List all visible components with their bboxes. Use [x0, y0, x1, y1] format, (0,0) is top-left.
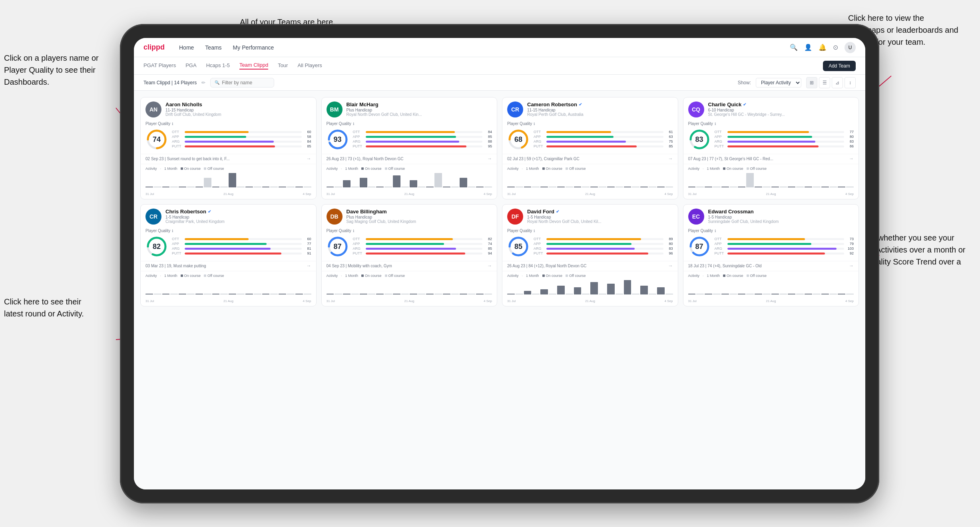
quality-section: Player Quality ℹ 93 OTT 84 APP: [322, 121, 497, 154]
recent-round[interactable]: 26 Aug 23 | 73 (+1), Royal North Devon G…: [322, 154, 497, 164]
quality-number: 93: [333, 135, 341, 144]
subnav-tour[interactable]: Tour: [278, 62, 288, 69]
player-name[interactable]: David Ford ✔: [527, 209, 673, 215]
player-club: Drift Golf Club, United Kingdom: [165, 112, 311, 117]
player-handicap: Plus Handicap: [347, 108, 492, 112]
player-card[interactable]: DB Dave Billingham Plus Handicap Sag Mag…: [321, 204, 498, 306]
recent-round[interactable]: 07 Aug 23 | 77 (+7), St George's Hill GC…: [683, 154, 859, 164]
player-card[interactable]: BM Blair McHarg Plus Handicap Royal Nort…: [321, 97, 498, 199]
activity-chart: [327, 172, 492, 192]
player-card[interactable]: CR Cameron Robertson ✔ 11-15 Handicap Ro…: [502, 97, 678, 199]
stat-row: ARG 85: [353, 247, 492, 251]
stat-row: ARG 88: [353, 139, 492, 143]
edit-icon[interactable]: ✏: [201, 80, 205, 86]
chart-labels: 31 Jul21 Aug4 Sep: [688, 299, 854, 303]
player-card[interactable]: EC Edward Crossman 1-5 Handicap Sunningd…: [683, 204, 859, 306]
player-club: Sunningdale Golf Club, United Kingdom: [708, 219, 854, 224]
player-handicap: Plus Handicap: [347, 215, 492, 219]
add-team-button[interactable]: Add Team: [823, 61, 856, 71]
quality-section: Player Quality ℹ 85 OTT 89 APP: [502, 229, 678, 261]
user-icon[interactable]: 👤: [804, 44, 812, 51]
player-handicap: 11-15 Handicap: [527, 108, 673, 112]
quality-circle[interactable]: 68: [507, 128, 530, 151]
annotation-rounds: Click here to see their latest round or …: [4, 296, 100, 320]
stat-row: APP 79: [715, 242, 854, 246]
player-club: Royal North Devon Golf Club, United Kil.…: [527, 219, 673, 224]
list-view-button[interactable]: ☰: [819, 77, 830, 88]
quality-circle[interactable]: 85: [507, 235, 530, 258]
player-avatar: CR: [145, 209, 161, 225]
player-avatar: DF: [507, 209, 523, 225]
player-name[interactable]: Blair McHarg: [347, 101, 492, 107]
quality-label: Player Quality ℹ: [145, 229, 311, 233]
subnav-pgat[interactable]: PGAT Players: [143, 62, 176, 69]
player-card[interactable]: CQ Charlie Quick ✔ 6-10 Handicap St. Geo…: [683, 97, 859, 199]
stat-row: APP 58: [172, 135, 311, 139]
search-box: 🔍: [210, 78, 274, 88]
search-icon[interactable]: 🔍: [790, 44, 798, 51]
recent-round[interactable]: 18 Jul 23 | 74 (+4), Sunningdale GC - Ol…: [683, 261, 859, 271]
player-avatar: CR: [507, 101, 523, 117]
user-avatar[interactable]: U: [845, 42, 856, 53]
recent-round-text: 02 Jul 23 | 59 (+17), Craigmillar Park G…: [507, 157, 668, 161]
ipad-screen: clippd Home Teams My Performance 🔍 👤 🔔 ⊙…: [134, 38, 865, 489]
quality-label: Player Quality ℹ: [507, 121, 673, 126]
player-name[interactable]: Charlie Quick ✔: [708, 101, 854, 107]
stat-row: OTT 89: [534, 237, 673, 241]
nav-item-performance[interactable]: My Performance: [233, 44, 274, 51]
player-card[interactable]: DF David Ford ✔ 1-5 Handicap Royal North…: [502, 204, 678, 306]
stat-row: PUTT 94: [353, 251, 492, 255]
recent-round[interactable]: 04 Sep 23 | Mobility with coach, Gym →: [322, 261, 497, 271]
stat-row: PUTT 91: [172, 251, 311, 255]
player-name[interactable]: Cameron Robertson ✔: [527, 101, 673, 107]
grid-view-button[interactable]: ⊞: [806, 77, 817, 88]
stat-row: PUTT 86: [715, 144, 854, 148]
recent-round[interactable]: 02 Jul 23 | 59 (+17), Craigmillar Park G…: [502, 154, 678, 164]
stat-row: APP 77: [172, 242, 311, 246]
nav-item-home[interactable]: Home: [179, 44, 194, 51]
card-header: AN Aaron Nicholls 11-15 Handicap Drift G…: [141, 97, 316, 121]
chart-labels: 31 Jul21 Aug4 Sep: [145, 192, 311, 196]
recent-round[interactable]: 26 Aug 23 | 84 (+12), Royal North Devon …: [502, 261, 678, 271]
card-header: CQ Charlie Quick ✔ 6-10 Handicap St. Geo…: [683, 97, 859, 121]
player-name[interactable]: Edward Crossman: [708, 209, 854, 215]
player-name[interactable]: Dave Billingham: [347, 209, 492, 215]
quality-circle[interactable]: 74: [145, 128, 168, 151]
show-label: Show:: [738, 80, 751, 86]
bell-icon[interactable]: 🔔: [819, 44, 827, 51]
player-avatar: DB: [327, 209, 343, 225]
quality-label: Player Quality ℹ: [145, 121, 311, 126]
recent-round-arrow: →: [307, 263, 311, 268]
circle-icon[interactable]: ⊙: [833, 44, 838, 51]
nav-item-teams[interactable]: Teams: [205, 44, 221, 51]
player-club: Sag Maging Golf Club, United Kingdom: [347, 219, 492, 224]
quality-circle[interactable]: 82: [145, 235, 168, 258]
activity-chart: [688, 172, 854, 192]
recent-round[interactable]: 03 Mar 23 | 19, Must make putting →: [141, 261, 316, 271]
player-card[interactable]: CR Chris Robertson ✔ 1-5 Handicap Craigm…: [140, 204, 317, 306]
quality-section: Player Quality ℹ 82 OTT 60 APP: [141, 229, 316, 261]
quality-number: 82: [153, 243, 161, 251]
cards-grid: AN Aaron Nicholls 11-15 Handicap Drift G…: [140, 97, 859, 306]
quality-circle[interactable]: 93: [327, 128, 349, 151]
quality-circle[interactable]: 83: [688, 128, 711, 151]
player-card[interactable]: AN Aaron Nicholls 11-15 Handicap Drift G…: [140, 97, 317, 199]
subnav-team-clippd[interactable]: Team Clippd: [239, 62, 268, 70]
show-select[interactable]: Player Activity: [756, 78, 801, 88]
subnav-pga[interactable]: PGA: [185, 62, 196, 69]
stat-row: OTT 61: [534, 130, 673, 134]
recent-round-text: 07 Aug 23 | 77 (+7), St George's Hill GC…: [688, 157, 849, 161]
subnav-all-players[interactable]: All Players: [297, 62, 322, 69]
cards-container: AN Aaron Nicholls 11-15 Handicap Drift G…: [134, 91, 865, 489]
search-input[interactable]: [222, 80, 270, 86]
search-icon-small: 🔍: [215, 80, 219, 85]
quality-circle[interactable]: 87: [327, 235, 349, 258]
subnav-hcaps[interactable]: Hcaps 1-5: [206, 62, 230, 69]
player-name[interactable]: Aaron Nicholls: [165, 101, 311, 107]
filter-button[interactable]: ⊿: [832, 77, 843, 88]
player-name[interactable]: Chris Robertson ✔: [165, 209, 311, 215]
sort-button[interactable]: ↕: [845, 77, 856, 88]
recent-round[interactable]: 02 Sep 23 | Sunset round to get back int…: [141, 154, 316, 164]
quality-circle[interactable]: 87: [688, 235, 711, 258]
recent-round-text: 26 Aug 23 | 73 (+1), Royal North Devon G…: [327, 157, 488, 161]
